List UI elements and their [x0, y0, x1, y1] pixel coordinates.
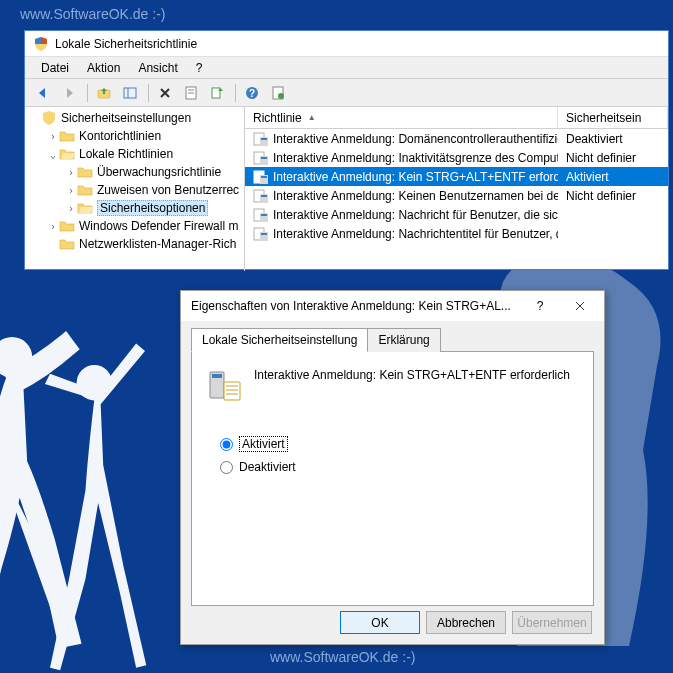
watermark-top: www.SoftwareOK.de :-)	[20, 6, 166, 22]
close-icon	[575, 301, 585, 311]
svg-text:?: ?	[249, 88, 255, 99]
tree-item[interactable]: ›Windows Defender Firewall m	[25, 217, 244, 235]
svg-rect-32	[212, 374, 222, 378]
menu-view[interactable]: Ansicht	[130, 59, 185, 77]
radio-enabled-row[interactable]: Aktiviert	[220, 436, 577, 452]
server-policy-icon	[208, 368, 242, 402]
policy-row[interactable]: Interaktive Anmeldung: Inaktivitätsgrenz…	[245, 148, 668, 167]
cancel-button[interactable]: Abbrechen	[426, 611, 506, 634]
sort-asc-icon: ▲	[308, 113, 316, 122]
expand-icon[interactable]: ›	[47, 131, 59, 142]
policy-row[interactable]: Interaktive Anmeldung: Keinen Benutzerna…	[245, 186, 668, 205]
tabstrip: Lokale Sicherheitseinstellung Erklärung	[191, 327, 594, 352]
tree-pane[interactable]: Sicherheitseinstellungen ›Kontorichtlini…	[25, 107, 245, 271]
delete-button[interactable]	[153, 82, 177, 104]
watermark-bottom: www.SoftwareOK.de :-)	[270, 649, 416, 665]
back-button[interactable]	[31, 82, 55, 104]
expand-icon[interactable]: ›	[47, 221, 59, 232]
tab-local-setting[interactable]: Lokale Sicherheitseinstellung	[191, 328, 368, 352]
policy-row[interactable]: Interaktive Anmeldung: Domänencontroller…	[245, 129, 668, 148]
shield-icon	[33, 36, 49, 52]
svg-rect-24	[261, 195, 267, 197]
menu-help[interactable]: ?	[188, 59, 211, 77]
menu-action[interactable]: Aktion	[79, 59, 128, 77]
policy-icon	[253, 226, 269, 242]
tree-item[interactable]: Netzwerklisten-Manager-Rich	[25, 235, 244, 253]
policy-icon	[253, 131, 269, 147]
ok-button[interactable]: OK	[340, 611, 420, 634]
folder-icon	[77, 182, 93, 198]
refresh-button[interactable]	[266, 82, 290, 104]
folder-open-icon	[77, 200, 93, 216]
svg-rect-21	[261, 176, 267, 178]
menubar: Datei Aktion Ansicht ?	[25, 57, 668, 79]
list-header: Richtlinie▲ Sicherheitsein	[245, 107, 668, 129]
expand-icon[interactable]: ›	[65, 185, 77, 196]
dialog-footer: OK Abbrechen Übernehmen	[340, 611, 592, 634]
policy-icon	[253, 188, 269, 204]
dialog-titlebar[interactable]: Eigenschaften von Interaktive Anmeldung:…	[181, 291, 604, 321]
shield-icon	[41, 110, 57, 126]
radio-disabled-row[interactable]: Deaktiviert	[220, 460, 577, 474]
expand-icon[interactable]: ⌄	[47, 149, 59, 160]
policy-icon	[253, 169, 269, 185]
properties-button[interactable]	[179, 82, 203, 104]
svg-rect-3	[124, 88, 136, 98]
tree-item[interactable]: ⌄Lokale Richtlinien	[25, 145, 244, 163]
show-hide-tree-button[interactable]	[118, 82, 142, 104]
folder-icon	[77, 164, 93, 180]
svg-rect-33	[224, 382, 240, 400]
tree-item[interactable]: ›Überwachungsrichtlinie	[25, 163, 244, 181]
folder-icon	[59, 128, 75, 144]
apply-button[interactable]: Übernehmen	[512, 611, 592, 634]
policy-row[interactable]: Interaktive Anmeldung: Nachricht für Ben…	[245, 205, 668, 224]
col-policy[interactable]: Richtlinie▲	[245, 107, 558, 128]
export-button[interactable]	[205, 82, 229, 104]
radio-disabled-label[interactable]: Deaktiviert	[239, 460, 296, 474]
svg-rect-27	[261, 214, 267, 216]
expand-icon[interactable]: ›	[65, 167, 77, 178]
mmc-window: Lokale Sicherheitsrichtlinie Datei Aktio…	[24, 30, 669, 270]
tree-root[interactable]: Sicherheitseinstellungen	[25, 109, 244, 127]
dancing-silhouette	[0, 313, 180, 673]
svg-rect-18	[261, 157, 267, 159]
policy-name-label: Interaktive Anmeldung: Kein STRG+ALT+ENT…	[254, 368, 570, 382]
svg-rect-30	[261, 233, 267, 235]
tree-item[interactable]: ›Kontorichtlinien	[25, 127, 244, 145]
policy-row[interactable]: Interaktive Anmeldung: Kein STRG+ALT+ENT…	[245, 167, 668, 186]
toolbar: ?	[25, 79, 668, 107]
folder-open-icon	[59, 146, 75, 162]
policy-row[interactable]: Interaktive Anmeldung: Nachrichtentitel …	[245, 224, 668, 243]
mmc-titlebar: Lokale Sicherheitsrichtlinie	[25, 31, 668, 57]
policy-icon	[253, 207, 269, 223]
list-pane: Richtlinie▲ Sicherheitsein Interaktive A…	[245, 107, 668, 271]
dialog-help-button[interactable]: ?	[520, 293, 560, 319]
menu-file[interactable]: Datei	[33, 59, 77, 77]
policy-icon	[253, 150, 269, 166]
folder-icon	[59, 218, 75, 234]
properties-dialog: Eigenschaften von Interaktive Anmeldung:…	[180, 290, 605, 645]
dialog-close-button[interactable]	[560, 293, 600, 319]
tab-page: Interaktive Anmeldung: Kein STRG+ALT+ENT…	[191, 352, 594, 606]
svg-rect-8	[212, 88, 220, 98]
folder-icon	[59, 236, 75, 252]
svg-point-12	[278, 93, 284, 99]
col-setting[interactable]: Sicherheitsein	[558, 107, 668, 128]
help-button[interactable]: ?	[240, 82, 264, 104]
radio-disabled[interactable]	[220, 461, 233, 474]
radio-enabled[interactable]	[220, 438, 233, 451]
tree-item[interactable]: ›Sicherheitsoptionen	[25, 199, 244, 217]
mmc-title: Lokale Sicherheitsrichtlinie	[55, 37, 197, 51]
svg-rect-15	[261, 138, 267, 140]
radio-enabled-label[interactable]: Aktiviert	[239, 436, 288, 452]
up-button[interactable]	[92, 82, 116, 104]
tree-item[interactable]: ›Zuweisen von Benutzerrec	[25, 181, 244, 199]
forward-button[interactable]	[57, 82, 81, 104]
tab-explain[interactable]: Erklärung	[367, 328, 440, 352]
dialog-title: Eigenschaften von Interaktive Anmeldung:…	[191, 299, 520, 313]
expand-icon[interactable]: ›	[65, 203, 77, 214]
